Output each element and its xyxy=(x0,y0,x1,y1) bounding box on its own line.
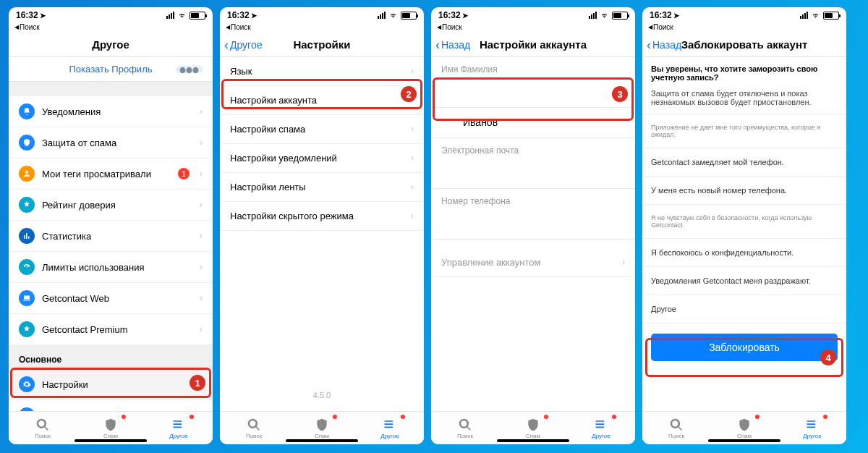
chevron-right-icon: › xyxy=(200,169,203,179)
step-number-2: 2 xyxy=(401,86,417,102)
block-button[interactable]: Заблокировать xyxy=(651,334,838,361)
star-icon xyxy=(19,321,35,337)
screen-settings: 16:32➤ ◀Поиск ‹Другое Настройки Язык› На… xyxy=(220,7,424,444)
row-feed-settings[interactable]: Настройки ленты› xyxy=(220,173,424,202)
step-number-3: 3 xyxy=(612,86,628,102)
gauge-icon xyxy=(19,259,35,275)
tab-other[interactable]: Другое xyxy=(567,412,635,444)
status-time: 16:32 xyxy=(16,10,38,20)
row-settings[interactable]: Настройки› xyxy=(9,369,213,400)
reason-7[interactable]: Другое xyxy=(642,295,846,323)
page-title: Заблокировать аккаунт xyxy=(681,38,808,51)
row-account-settings[interactable]: Настройки аккаунта› xyxy=(220,86,424,115)
notification-dot xyxy=(544,415,548,419)
chevron-right-icon: › xyxy=(411,124,414,134)
last-name-field[interactable]: Иванов xyxy=(431,108,635,138)
reason-3[interactable]: У меня есть новый номер телефона. xyxy=(642,177,846,205)
chevron-right-icon: › xyxy=(411,153,414,163)
label-phone: Номер телефона xyxy=(431,189,635,209)
tab-search[interactable]: Поиск xyxy=(642,412,710,444)
row-manage-account[interactable]: Управление аккаунтом› xyxy=(431,248,635,277)
label-name: Имя Фамилия xyxy=(431,57,635,77)
reason-5[interactable]: Я беспокоюсь о конфиденциальности. xyxy=(642,239,846,267)
tab-search[interactable]: Поиск xyxy=(9,412,77,444)
show-profile-link[interactable]: Показать Профиль ⬤⬤⬤ xyxy=(9,57,213,82)
row-notif-settings[interactable]: Настройки уведомлений› xyxy=(220,144,424,173)
gear-icon xyxy=(19,376,35,392)
row-language[interactable]: Язык› xyxy=(220,57,424,86)
tab-other[interactable]: Другое xyxy=(778,412,846,444)
reason-1[interactable]: Приложение не дает мне того преимущества… xyxy=(642,114,846,148)
back-button[interactable]: ‹Назад xyxy=(435,39,470,51)
row-my-tags[interactable]: Мои теги просматривали 1 › xyxy=(9,158,213,190)
row-notifications[interactable]: Уведомления› xyxy=(9,96,213,127)
wifi-icon xyxy=(177,12,187,19)
chevron-right-icon: › xyxy=(200,231,203,241)
row-stats[interactable]: Статистика› xyxy=(9,221,213,252)
email-field[interactable] xyxy=(431,158,635,189)
wifi-icon xyxy=(600,12,609,19)
location-icon: ➤ xyxy=(40,12,46,20)
screen-block: 16:32➤ ◀Поиск ‹Назад Заблокировать аккау… xyxy=(642,7,846,444)
row-spam-settings[interactable]: Настройки спама› xyxy=(220,115,424,144)
location-icon: ➤ xyxy=(251,12,257,20)
chevron-right-icon: › xyxy=(200,200,203,210)
row-web[interactable]: Getcontact Web› xyxy=(9,283,213,314)
page-title: Настройки xyxy=(293,38,350,51)
breadcrumb[interactable]: ◀Поиск xyxy=(220,23,424,33)
version-label: 4.5.0 xyxy=(220,384,424,407)
group-main: Настройки› Помощь и поддержка› 1 xyxy=(9,369,213,411)
nav-header: Другое xyxy=(9,33,213,57)
tab-search[interactable]: Поиск xyxy=(431,412,499,444)
badge-count: 1 xyxy=(178,168,190,179)
content-area: Уведомления› Защита от спама› Мои теги п… xyxy=(9,82,213,411)
chevron-right-icon: › xyxy=(622,257,625,267)
shield-icon xyxy=(19,135,35,151)
tab-other[interactable]: Другое xyxy=(356,412,424,444)
content-area: Вы уверены, что хотите заморозить свою у… xyxy=(642,57,846,411)
battery-icon xyxy=(401,12,417,20)
screen-account: 16:32➤ ◀Поиск ‹Назад Настройки аккаунта … xyxy=(431,7,635,444)
tab-other[interactable]: Другое xyxy=(145,412,213,444)
row-hidden-settings[interactable]: Настройки скрытого режима› xyxy=(220,202,424,231)
chevron-right-icon: › xyxy=(411,66,414,76)
tab-bar: Поиск Спам Другое xyxy=(431,411,635,444)
home-indicator xyxy=(497,439,569,442)
signal-icon xyxy=(378,12,386,19)
tab-search[interactable]: Поиск xyxy=(220,412,288,444)
tab-bar: Поиск Спам Другое xyxy=(220,411,424,444)
reason-2[interactable]: Getcontact замедляет мой телефон. xyxy=(642,148,846,177)
person-icon xyxy=(19,166,35,182)
back-button[interactable]: ‹Назад xyxy=(647,39,681,51)
content-area: Язык› Настройки аккаунта› Настройки спам… xyxy=(220,57,424,411)
breadcrumb[interactable]: ◀Поиск xyxy=(9,23,213,33)
first-name-field[interactable] xyxy=(431,77,635,108)
bell-icon xyxy=(19,103,35,119)
notification-dot xyxy=(333,415,337,419)
row-help[interactable]: Помощь и поддержка› xyxy=(9,400,213,411)
back-button[interactable]: ‹Другое xyxy=(224,39,262,51)
step-number-4: 4 xyxy=(820,350,836,365)
breadcrumb[interactable]: ◀Поиск xyxy=(642,23,846,33)
menu-group: Уведомления› Защита от спама› Мои теги п… xyxy=(9,96,213,344)
sub-text: Защита от спама будет отключена и показ … xyxy=(642,89,846,114)
reason-6[interactable]: Уведомления Getcontact меня раздражают. xyxy=(642,267,846,295)
phone-field[interactable] xyxy=(431,209,635,240)
row-spam-protect[interactable]: Защита от спама› xyxy=(9,127,213,158)
status-icons xyxy=(166,12,205,20)
chevron-right-icon: › xyxy=(200,106,203,117)
section-main: Основное xyxy=(9,344,213,369)
signal-icon xyxy=(589,12,597,19)
nav-header: ‹Назад Заблокировать аккаунт xyxy=(642,33,846,57)
row-limits[interactable]: Лимиты использования› xyxy=(9,252,213,283)
breadcrumb[interactable]: ◀Поиск xyxy=(431,23,635,33)
row-trust[interactable]: Рейтинг доверия› xyxy=(9,190,213,221)
chevron-right-icon: › xyxy=(200,262,203,272)
row-premium[interactable]: Getcontact Premium› xyxy=(9,314,213,344)
badge-auto: ⬤⬤⬤ xyxy=(176,65,203,73)
status-bar: 16:32➤ xyxy=(220,7,424,23)
location-icon: ➤ xyxy=(673,12,679,20)
reason-4[interactable]: Я не чувствую себя в безопасности, когда… xyxy=(642,205,846,239)
notification-dot xyxy=(190,415,194,419)
chevron-right-icon: › xyxy=(200,137,203,148)
